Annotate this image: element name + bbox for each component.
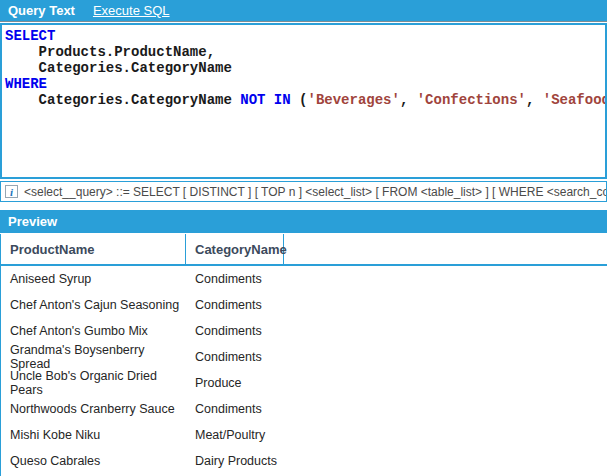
column-header-productname[interactable]: ProductName [1,234,186,264]
results-grid-header: ProductName CategoryName [1,234,607,266]
sql-token-kw: NOT IN [240,92,290,108]
sql-token-plain: Products.ProductName, [5,44,215,60]
table-row[interactable]: Chef Anton's Gumbo MixCondiments [1,318,607,344]
cell-category-name: Dairy Products [186,454,386,468]
query-toolbar: Query Text Execute SQL [0,0,607,22]
cell-product-name: Aniseed Syrup [1,272,186,286]
cell-category-name: Condiments [186,298,386,312]
sql-token-str: 'Seafood' [543,92,607,108]
table-row[interactable]: Grandma's Boysenberry SpreadCondiments [1,344,607,370]
cell-category-name: Condiments [186,402,386,416]
table-row[interactable]: Mishi Kobe NikuMeat/Poultry [1,422,607,448]
execute-sql-link[interactable]: Execute SQL [93,3,170,18]
info-icon: i [5,185,18,198]
sql-token-kw: SELECT [5,28,55,44]
results-grid: ProductName CategoryName Aniseed SyrupCo… [0,234,607,476]
cell-category-name: Condiments [186,272,386,286]
sql-token-str: 'Confections' [417,92,526,108]
table-row[interactable]: Uncle Bob's Organic Dried PearsProduce [1,370,607,396]
results-grid-body: Aniseed SyrupCondimentsChef Anton's Caju… [1,266,607,474]
syntax-hint-text: <select__query> ::= SELECT [ DISTINCT ] … [24,185,606,199]
preview-title: Preview [8,214,57,229]
sql-line: Categories.CategoryName NOT IN ('Beverag… [5,92,605,108]
cell-product-name: Uncle Bob's Organic Dried Pears [1,369,186,397]
syntax-info-bar: i <select__query> ::= SELECT [ DISTINCT … [0,181,607,202]
sql-token-plain: , [400,92,417,108]
cell-product-name: Chef Anton's Gumbo Mix [1,324,186,338]
table-row[interactable]: Aniseed SyrupCondiments [1,266,607,292]
table-row[interactable]: Northwoods Cranberry SauceCondiments [1,396,607,422]
column-header-categoryname[interactable]: CategoryName [186,234,284,264]
sql-line: Products.ProductName, [5,44,605,60]
cell-product-name: Queso Cabrales [1,454,186,468]
sql-line: Categories.CategoryName [5,60,605,76]
sql-token-plain: Categories.CategoryName [5,92,240,108]
cell-category-name: Condiments [186,350,386,364]
preview-header-bar: Preview [0,210,607,233]
sql-token-kw: WHERE [5,76,47,92]
sql-token-plain: , [526,92,543,108]
cell-category-name: Condiments [186,324,386,338]
sql-token-str: 'Beverages' [307,92,399,108]
sql-token-plain: Categories.CategoryName [5,60,232,76]
sql-token-plain: ( [291,92,308,108]
table-row[interactable]: Queso CabralesDairy Products [1,448,607,474]
sql-line: WHERE [5,76,605,92]
cell-product-name: Chef Anton's Cajun Seasoning [1,298,186,312]
tab-query-text[interactable]: Query Text [8,3,75,18]
sql-line: SELECT [5,28,605,44]
table-row[interactable]: Chef Anton's Cajun SeasoningCondiments [1,292,607,318]
cell-category-name: Meat/Poultry [186,428,386,442]
sql-query-editor[interactable]: SELECT Products.ProductName, Categories.… [0,23,607,179]
cell-product-name: Grandma's Boysenberry Spread [1,343,186,371]
cell-product-name: Northwoods Cranberry Sauce [1,402,186,416]
cell-category-name: Produce [186,376,386,390]
cell-product-name: Mishi Kobe Niku [1,428,186,442]
